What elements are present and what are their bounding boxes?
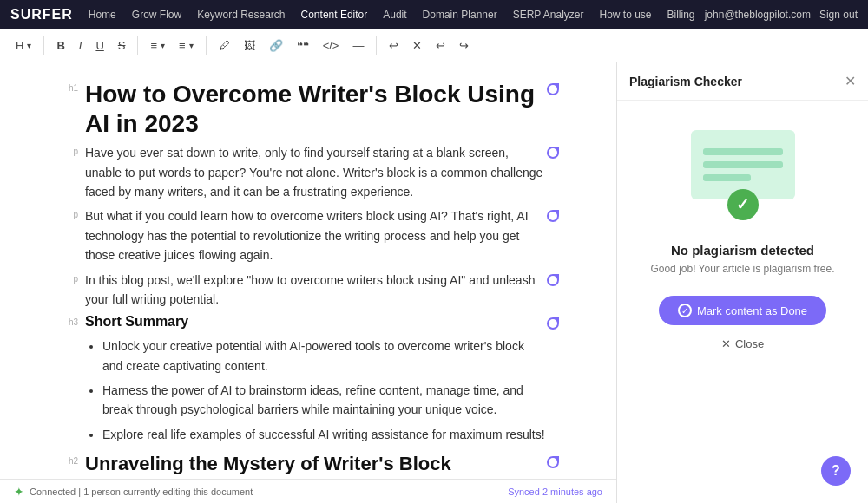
- italic-button[interactable]: I: [74, 36, 88, 55]
- heading-select[interactable]: H: [10, 36, 36, 55]
- signout-link[interactable]: Sign out: [819, 9, 858, 21]
- toolbar-formatting: B I U S: [51, 36, 138, 55]
- article-list: Unlock your creative potential with AI-p…: [102, 336, 547, 444]
- h1-label: h1: [52, 80, 78, 93]
- list-item-3[interactable]: Explore real life examples of successful…: [102, 425, 547, 444]
- bullet-content[interactable]: Unlock your creative potential with AI-p…: [85, 336, 547, 449]
- para2-content[interactable]: But what if you could learn how to overc…: [85, 206, 547, 266]
- unraveling-heading[interactable]: Unraveling the Mystery of Writer's Block: [85, 453, 547, 475]
- underline-button[interactable]: U: [90, 36, 108, 55]
- close-label: Close: [735, 337, 764, 350]
- sync-indicator: [547, 83, 559, 95]
- p2-label: p: [52, 206, 78, 219]
- h2-content[interactable]: Unraveling the Mystery of Writer's Block: [85, 453, 547, 479]
- mark-done-check-icon: ✓: [678, 304, 692, 317]
- article-paragraph-1[interactable]: Have you ever sat down to write, only to…: [85, 143, 547, 201]
- para3-block: p In this blog post, we'll explore "how …: [52, 271, 564, 311]
- para3-content[interactable]: In this blog post, we'll explore "how to…: [85, 271, 547, 311]
- panel-body: ✓ No plagiarism detected Good job! Your …: [617, 101, 868, 503]
- short-summary-heading[interactable]: Short Summary: [85, 314, 547, 330]
- h3-content[interactable]: Short Summary: [85, 314, 547, 333]
- panel-close-button[interactable]: ✕: [845, 73, 856, 89]
- top-navigation: SURFER Home Grow Flow Keyword Research C…: [0, 0, 868, 29]
- nav-content-editor[interactable]: Content Editor: [301, 9, 368, 21]
- h3-label: h3: [52, 314, 78, 327]
- bold-button[interactable]: B: [51, 36, 69, 55]
- h3-block: h3 Short Summary: [52, 314, 564, 333]
- panel-title: Plagiarism Checker: [629, 75, 742, 88]
- h1-block: h1 How to Overcome Writer's Block Using …: [52, 80, 564, 140]
- nav-how-to-use[interactable]: How to use: [599, 9, 651, 21]
- sync-indicator-5: [547, 456, 559, 468]
- ul-sync-icon: [547, 336, 564, 340]
- nav-links: Home Grow Flow Keyword Research Content …: [89, 9, 705, 21]
- toolbar-alignment: ≡ ≡: [145, 36, 206, 55]
- para2-block: p But what if you could learn how to ove…: [52, 206, 564, 266]
- h1-content[interactable]: How to Overcome Writer's Block Using AI …: [85, 80, 547, 140]
- sync-indicator-2: [547, 210, 559, 222]
- strikethrough-button[interactable]: S: [113, 36, 131, 55]
- list-button[interactable]: ≡: [174, 36, 199, 55]
- quote-button[interactable]: ❝❝: [292, 36, 314, 55]
- bullet-block: Unlock your creative potential with AI-p…: [52, 336, 564, 449]
- h2-label: h2: [52, 453, 78, 466]
- image-button[interactable]: 🖼: [239, 36, 260, 55]
- highlight-button[interactable]: 🖊: [214, 36, 235, 55]
- connection-status: Connected | 1 person currently editing t…: [30, 487, 253, 497]
- clear-button[interactable]: ✕: [407, 36, 427, 55]
- help-button[interactable]: ?: [821, 456, 851, 486]
- undo-button[interactable]: ↩: [384, 36, 404, 55]
- surfer-logo: SURFER: [10, 7, 73, 23]
- plagiarism-illustration: ✓: [682, 121, 804, 225]
- user-info: john@theblogpilot.com Sign out: [705, 9, 858, 21]
- clear2-button[interactable]: ↩: [431, 36, 450, 55]
- connected-icon: ✦: [14, 485, 24, 499]
- link-button[interactable]: 🔗: [264, 36, 288, 55]
- result-title: No plagiarism detected: [671, 243, 814, 258]
- sync-indicator-4: [547, 317, 559, 330]
- close-x-icon: ✕: [721, 337, 731, 350]
- toolbar-history: ↩ ✕ ↩ ↪: [384, 36, 481, 55]
- user-email: john@theblogpilot.com: [705, 9, 811, 21]
- para1-block: p Have you ever sat down to write, only …: [52, 143, 564, 203]
- doc-line-3: [703, 174, 751, 181]
- h3-sync-icon: [547, 314, 564, 330]
- sync-status: Synced 2 minutes ago: [508, 487, 602, 497]
- article-paragraph-2[interactable]: But what if you could learn how to overc…: [85, 206, 547, 265]
- redo-button[interactable]: ↪: [454, 36, 474, 55]
- nav-keyword-research[interactable]: Keyword Research: [197, 9, 285, 21]
- article-paragraph-3[interactable]: In this blog post, we'll explore "how to…: [85, 271, 547, 310]
- close-link[interactable]: ✕ Close: [721, 337, 764, 350]
- para1-content[interactable]: Have you ever sat down to write, only to…: [85, 143, 547, 203]
- nav-billing[interactable]: Billing: [667, 9, 695, 21]
- code-button[interactable]: </>: [318, 36, 345, 55]
- p1-label: p: [52, 143, 78, 156]
- divider-button[interactable]: —: [347, 36, 369, 55]
- status-bar: ✦ Connected | 1 person currently editing…: [0, 479, 616, 503]
- p3-label: p: [52, 271, 78, 284]
- p3-sync-icon: [547, 271, 564, 286]
- article-title[interactable]: How to Overcome Writer's Block Using AI …: [85, 80, 547, 138]
- editor-panel: h1 How to Overcome Writer's Block Using …: [0, 62, 616, 503]
- plagiarism-panel: Plagiarism Checker ✕ ✓ No plagiarism det…: [616, 62, 868, 503]
- toolbar-text-style: H: [10, 36, 44, 55]
- sync-indicator-3: [547, 274, 559, 286]
- nav-grow-flow[interactable]: Grow Flow: [132, 9, 181, 21]
- align-button[interactable]: ≡: [145, 36, 170, 55]
- nav-serp-analyzer[interactable]: SERP Analyzer: [513, 9, 584, 21]
- status-left: ✦ Connected | 1 person currently editing…: [14, 485, 253, 499]
- nav-home[interactable]: Home: [89, 9, 116, 21]
- editor-scroll-area[interactable]: h1 How to Overcome Writer's Block Using …: [0, 62, 616, 479]
- list-item-1[interactable]: Unlock your creative potential with AI-p…: [102, 336, 547, 376]
- editor-toolbar: H B I U S ≡ ≡ 🖊 🖼 🔗 ❝❝ </> — ↩ ✕ ↩ ↪: [0, 29, 868, 62]
- toolbar-insert: 🖊 🖼 🔗 ❝❝ </> —: [214, 36, 378, 55]
- doc-line-1: [703, 148, 783, 155]
- mark-done-button[interactable]: ✓ Mark content as Done: [659, 296, 826, 325]
- sync-indicator-1: [547, 147, 559, 159]
- nav-domain-planner[interactable]: Domain Planner: [423, 9, 497, 21]
- list-item-2[interactable]: Harness the power of AI to brainstorm id…: [102, 381, 547, 420]
- check-circle: ✓: [727, 189, 759, 220]
- ul-label: [52, 336, 78, 340]
- h2-block: h2 Unraveling the Mystery of Writer's Bl…: [52, 453, 564, 479]
- nav-audit[interactable]: Audit: [383, 9, 406, 21]
